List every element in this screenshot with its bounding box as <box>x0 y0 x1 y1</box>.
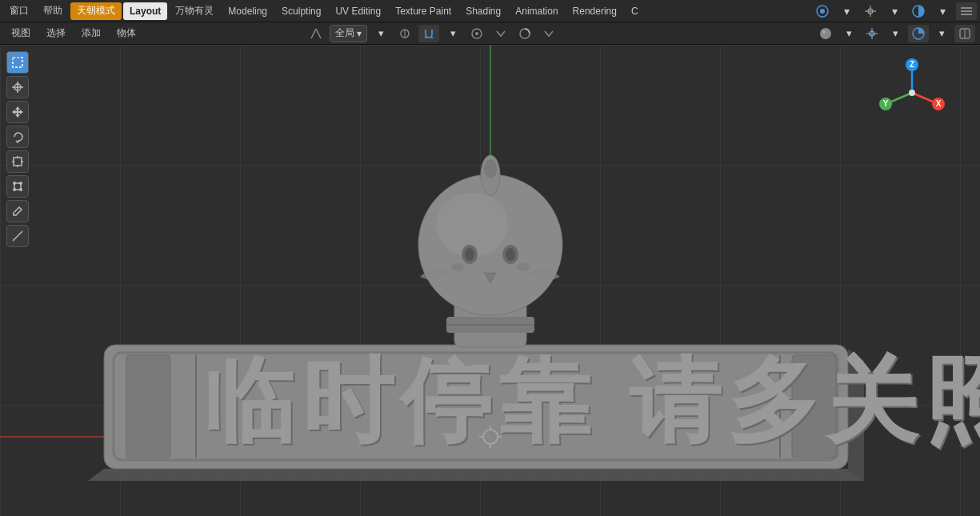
svg-line-9 <box>311 29 316 38</box>
svg-point-66 <box>909 90 915 96</box>
toolbar-tianjia[interactable]: 添加 <box>75 25 107 42</box>
annotate-tool[interactable] <box>6 200 29 222</box>
octagon-dropdown[interactable] <box>538 25 559 42</box>
overlay-dropdown[interactable]: ▾ <box>931 25 952 42</box>
menu-window[interactable]: 窗口 <box>3 2 35 20</box>
viewport-info-label: ThI <box>6 51 19 61</box>
svg-point-77 <box>13 182 16 185</box>
menu-wanwuyouling[interactable]: 万物有灵 <box>169 2 220 20</box>
svg-point-45 <box>484 159 497 178</box>
svg-rect-71 <box>14 158 22 166</box>
svg-point-1 <box>820 9 825 14</box>
svg-point-51 <box>517 263 530 271</box>
gizmo-toggle-icon[interactable] <box>862 25 882 42</box>
transform-coordinates-icon[interactable] <box>306 25 326 42</box>
transform-dropdown[interactable]: 全局 ▾ <box>330 25 367 42</box>
top-menubar: 窗口 帮助 天朝模式 Layout 万物有灵 Modeling Sculptin… <box>0 0 980 22</box>
3d-scene: 临时停靠 请多关照 临时停靠 请多关照 <box>0 45 980 516</box>
snap-dropdown-arrow[interactable]: ▾ <box>370 25 391 42</box>
menu-tianchao[interactable]: 天朝模式 <box>70 2 122 20</box>
proportional-dropdown[interactable] <box>490 25 511 42</box>
overlay-icon[interactable] <box>908 25 929 42</box>
menu-texture-paint[interactable]: Texture Paint <box>389 2 458 20</box>
gizmo-dropdown[interactable]: ▾ <box>885 25 906 42</box>
menu-help[interactable]: 帮助 <box>37 2 69 20</box>
svg-point-19 <box>822 30 826 34</box>
measure-tool[interactable] <box>6 225 29 247</box>
svg-rect-7 <box>961 10 972 12</box>
svg-point-78 <box>19 182 22 185</box>
viewport-shading-solid[interactable] <box>815 25 836 42</box>
svg-point-16 <box>475 32 478 35</box>
svg-rect-8 <box>961 14 972 15</box>
mode-icon[interactable] <box>514 25 535 42</box>
menu-modeling[interactable]: Modeling <box>222 2 274 20</box>
viewport-shading-dropdown[interactable]: ▾ <box>838 25 859 42</box>
svg-rect-33 <box>126 355 170 458</box>
toolbar-shiyitu[interactable]: 视图 <box>5 25 37 42</box>
menu-shading[interactable]: Shading <box>459 2 507 20</box>
scale-tool[interactable] <box>6 150 29 173</box>
svg-text:X: X <box>936 99 942 108</box>
svg-line-10 <box>316 29 321 38</box>
menu-sculpting[interactable]: Sculpting <box>275 2 327 20</box>
dropdown-arrow-2[interactable]: ▾ <box>884 2 905 20</box>
menu-uv-editing[interactable]: UV Editing <box>329 2 387 20</box>
svg-line-63 <box>890 93 912 102</box>
dropdown-arrow-1[interactable]: ▾ <box>836 2 857 20</box>
dropdown-arrow-3[interactable]: ▾ <box>932 2 953 20</box>
toolbar-xuanze[interactable]: 选择 <box>40 25 72 42</box>
viewport[interactable]: 临时停靠 请多关照 临时停靠 请多关照 <box>0 45 980 516</box>
left-toolbar <box>6 51 29 247</box>
viewport-gizmo-icon[interactable] <box>860 2 881 20</box>
scene-properties-icon[interactable] <box>812 2 833 20</box>
move-tool[interactable] <box>6 101 29 123</box>
snap-magnet-icon[interactable] <box>418 25 439 42</box>
svg-point-47 <box>465 248 474 261</box>
svg-point-49 <box>506 248 515 261</box>
svg-point-79 <box>13 188 16 191</box>
svg-point-50 <box>451 263 464 271</box>
cursor-tool[interactable] <box>6 76 29 98</box>
second-toolbar: 视图 选择 添加 物体 全局 ▾ ▾ ▾ <box>0 22 980 45</box>
svg-text:Z: Z <box>910 60 914 69</box>
svg-line-60 <box>912 93 934 102</box>
pivot-icon[interactable] <box>394 25 415 42</box>
properties-panel-icon[interactable] <box>956 2 977 20</box>
toolbar-wuti[interactable]: 物体 <box>110 25 142 42</box>
overlay-toggle-icon[interactable] <box>908 2 929 20</box>
svg-point-80 <box>19 188 22 191</box>
menu-layout[interactable]: Layout <box>123 2 167 20</box>
snap-dropdown-icon[interactable]: ▾ <box>442 25 463 42</box>
top-right-icons: ▾ ▾ ▾ <box>812 2 977 20</box>
menu-rendering[interactable]: Rendering <box>566 2 623 20</box>
svg-point-18 <box>820 28 831 39</box>
proportional-edit-icon[interactable] <box>466 25 487 42</box>
menu-animation[interactable]: Animation <box>509 2 564 20</box>
svg-text:临时停靠 请多关照: 临时停靠 请多关照 <box>203 350 980 452</box>
properties-toggle-icon[interactable] <box>954 25 975 42</box>
svg-rect-6 <box>961 7 972 9</box>
menu-compositing[interactable]: C <box>625 2 645 20</box>
svg-text:Y: Y <box>883 99 889 108</box>
transform-tool[interactable] <box>6 175 29 198</box>
rotate-tool[interactable] <box>6 126 29 148</box>
